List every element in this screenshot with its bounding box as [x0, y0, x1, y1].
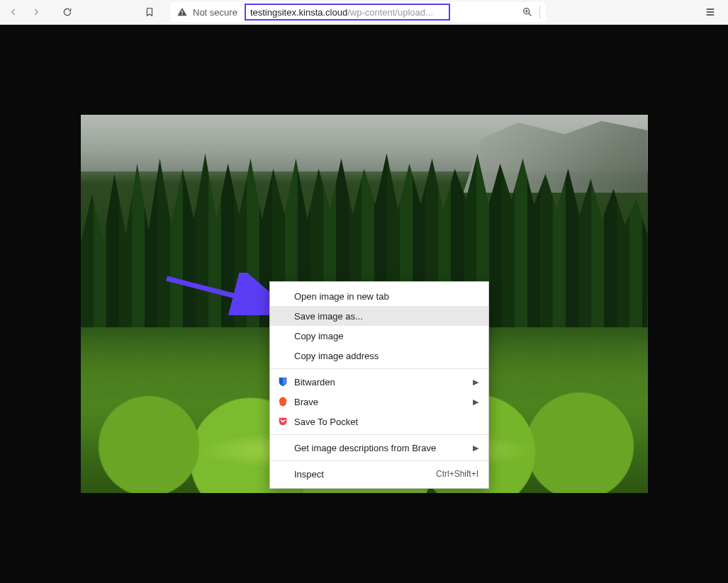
- forward-button[interactable]: [28, 4, 44, 20]
- url-highlight-box: testingsitex.kinsta.cloud/wp-content/upl…: [245, 4, 450, 21]
- chevron-right-icon: ▶: [473, 397, 478, 407]
- context-menu-separator: [270, 460, 488, 461]
- context-menu-item-brave[interactable]: Brave ▶: [270, 392, 488, 412]
- back-button[interactable]: [6, 4, 21, 20]
- context-menu-label: Get image descriptions from Brave: [294, 443, 436, 453]
- url-host: testingsitex.kinsta.cloud: [250, 7, 347, 18]
- reload-button[interactable]: [60, 4, 75, 20]
- url-path: /wp-content/upload: [347, 7, 425, 18]
- context-menu-label: Copy image: [294, 331, 343, 341]
- context-menu-label: Inspect: [294, 469, 324, 480]
- context-menu-separator: [270, 434, 488, 435]
- warning-triangle-icon: [176, 6, 189, 18]
- context-menu-item-pocket[interactable]: Save To Pocket: [270, 412, 488, 431]
- context-menu-item-inspect[interactable]: Inspect Ctrl+Shift+I: [270, 464, 488, 484]
- context-menu-label: Copy image address: [294, 351, 379, 361]
- context-menu-label: Open image in new tab: [294, 291, 389, 302]
- chevron-right-icon: ▶: [473, 378, 478, 387]
- context-menu-item-descriptions[interactable]: Get image descriptions from Brave ▶: [270, 438, 488, 458]
- context-menu-shortcut: Ctrl+Shift+I: [436, 469, 478, 479]
- context-menu-label: Brave: [294, 397, 318, 407]
- address-bar[interactable]: Not secure testingsitex.kinsta.cloud/wp-…: [170, 2, 546, 22]
- browser-toolbar: Not secure testingsitex.kinsta.cloud/wp-…: [0, 0, 728, 25]
- security-status-label: Not secure: [193, 7, 237, 18]
- url-ellipsis: ...: [425, 7, 433, 18]
- pocket-icon: [277, 416, 289, 427]
- svg-rect-0: [181, 11, 182, 13]
- context-menu-label: Save image as...: [294, 311, 363, 322]
- context-menu-separator: [270, 368, 488, 369]
- page-viewport: Open image in new tab Save image as... C…: [0, 25, 728, 583]
- hamburger-menu-button[interactable]: [702, 4, 718, 20]
- context-menu-label: Bitwarden: [294, 377, 335, 387]
- context-menu: Open image in new tab Save image as... C…: [269, 281, 489, 489]
- chevron-right-icon: ▶: [473, 443, 478, 453]
- bitwarden-icon: [277, 376, 289, 387]
- context-menu-item-copy-address[interactable]: Copy image address: [270, 346, 488, 366]
- brave-icon: [277, 396, 289, 407]
- context-menu-item-bitwarden[interactable]: Bitwarden ▶: [270, 372, 488, 392]
- context-menu-item-save-as[interactable]: Save image as...: [270, 306, 488, 326]
- toolbar-divider: [539, 6, 540, 18]
- context-menu-label: Save To Pocket: [294, 417, 358, 427]
- zoom-button[interactable]: [520, 4, 535, 20]
- context-menu-item-copy-image[interactable]: Copy image: [270, 326, 488, 346]
- svg-rect-1: [181, 13, 182, 14]
- bookmark-button[interactable]: [142, 4, 157, 20]
- context-menu-item-open-new-tab[interactable]: Open image in new tab: [270, 286, 488, 306]
